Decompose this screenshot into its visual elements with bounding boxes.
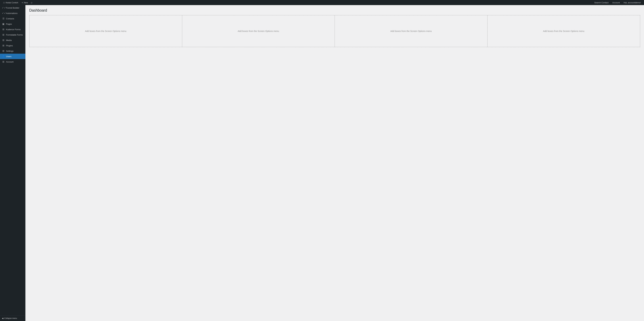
dashboard-box-1-label: Add boxes from the Screen Options menu xyxy=(85,30,126,32)
dashboard-box-2-label: Add boxes from the Screen Options menu xyxy=(238,30,279,32)
sidebar-item-account[interactable]: ⊞ Account xyxy=(0,59,26,64)
settings-icon: ⊞ xyxy=(2,50,5,52)
dashboard-box-3-label: Add boxes from the Screen Options menu xyxy=(390,30,432,32)
dashboard-box-4: Add boxes from the Screen Options menu xyxy=(488,15,640,47)
compass-button[interactable]: ◇ xyxy=(30,0,34,5)
sidebar-item-users[interactable]: 👤 Users xyxy=(0,54,26,59)
sidebar-item-formidable-forms[interactable]: ⊞ Formidable Forms xyxy=(0,32,26,38)
formidable-forms-icon: ⊞ xyxy=(2,33,5,36)
pages-icon: ▣ xyxy=(2,22,5,26)
adminbar-right: Search Contact Account Hai, accountdemo! xyxy=(592,0,643,5)
funnel-builder-icon: ✓✓ xyxy=(2,6,5,9)
compass-icon: ◇ xyxy=(31,2,32,4)
media-label: Media xyxy=(6,39,12,42)
kadence-forms-icon: ⊞ xyxy=(2,28,5,31)
search-contact-label: Search Contact xyxy=(594,2,608,4)
users-icon: 👤 xyxy=(2,55,5,58)
sidebar: ✓✓ Funnel Builder ✓✓ Automations ☰ Conta… xyxy=(0,5,26,321)
sidebar-item-settings[interactable]: ⊞ Settings xyxy=(0,48,26,54)
sidebar-users-wrap: 👤 Users Your Profile All Users Add New U… xyxy=(0,54,26,59)
plugins-icon: ⊞ xyxy=(2,44,5,47)
sidebar-item-kadence-forms[interactable]: ⊞ Kadence Forms xyxy=(0,27,26,32)
contacts-label: Contacts xyxy=(6,18,14,20)
dashboard-box-4-label: Add boxes from the Screen Options menu xyxy=(543,30,584,32)
wp-logo-icon: ⌂ xyxy=(3,1,5,4)
new-label: New xyxy=(24,2,28,4)
funnel-builder-label: Funnel Builder xyxy=(6,7,19,9)
automations-icon: ✓✓ xyxy=(2,12,5,14)
dashboard-box-1: Add boxes from the Screen Options menu xyxy=(29,15,182,47)
main-content: Dashboard Add boxes from the Screen Opti… xyxy=(26,5,644,321)
collapse-menu-button[interactable]: ◀ Collapse menu xyxy=(2,317,24,320)
greeting-label[interactable]: Hai, accountdemo! xyxy=(622,0,643,5)
sidebar-item-automations[interactable]: ✓✓ Automations xyxy=(0,10,26,16)
sidebar-item-plugins[interactable]: ⊞ Plugins xyxy=(0,43,26,48)
dashboard-box-3: Add boxes from the Screen Options menu xyxy=(335,15,488,47)
users-label: Users xyxy=(6,55,12,58)
layout: ✓✓ Funnel Builder ✓✓ Automations ☰ Conta… xyxy=(0,5,644,321)
settings-label: Settings xyxy=(6,50,14,52)
media-icon: ⊞ xyxy=(2,39,5,42)
dashboard-box-2: Add boxes from the Screen Options menu xyxy=(182,15,335,47)
dashboard-grid: Add boxes from the Screen Options menu A… xyxy=(29,15,640,47)
automations-label: Automations xyxy=(6,12,18,14)
contacts-icon: ☰ xyxy=(2,17,5,20)
sidebar-item-media[interactable]: ⊞ Media xyxy=(0,38,26,43)
collapse-arrow-icon: ◀ xyxy=(2,317,3,320)
search-contact-button[interactable]: Search Contact xyxy=(592,0,610,5)
account-menu-label: Account xyxy=(6,61,14,63)
new-button[interactable]: + New xyxy=(20,0,29,5)
sidebar-item-contacts[interactable]: ☰ Contacts xyxy=(0,16,26,21)
collapse-menu-label: Collapse menu xyxy=(4,317,17,320)
sidebar-item-funnel-builder[interactable]: ✓✓ Funnel Builder xyxy=(0,5,26,10)
admin-bar: ⌂ Kedai Contoh + New ◇ Search Contact Ac… xyxy=(0,0,644,5)
plus-icon: + xyxy=(22,1,23,4)
account-menu-icon: ⊞ xyxy=(2,60,5,63)
pages-label: Pages xyxy=(6,23,12,25)
sidebar-item-pages[interactable]: ▣ Pages xyxy=(0,21,26,27)
kadence-forms-label: Kadence Forms xyxy=(6,28,21,31)
sidebar-bottom: ◀ Collapse menu xyxy=(0,316,26,321)
plugins-label: Plugins xyxy=(6,44,13,47)
site-name-label: Kedai Contoh xyxy=(6,2,18,4)
account-button[interactable]: Account xyxy=(610,0,622,5)
greeting-text: Hai, accountdemo! xyxy=(624,2,641,4)
account-label: Account xyxy=(612,2,620,4)
site-name-button[interactable]: ⌂ Kedai Contoh xyxy=(1,0,20,5)
formidable-forms-label: Formidable Forms xyxy=(6,34,23,36)
page-title: Dashboard xyxy=(29,8,640,12)
